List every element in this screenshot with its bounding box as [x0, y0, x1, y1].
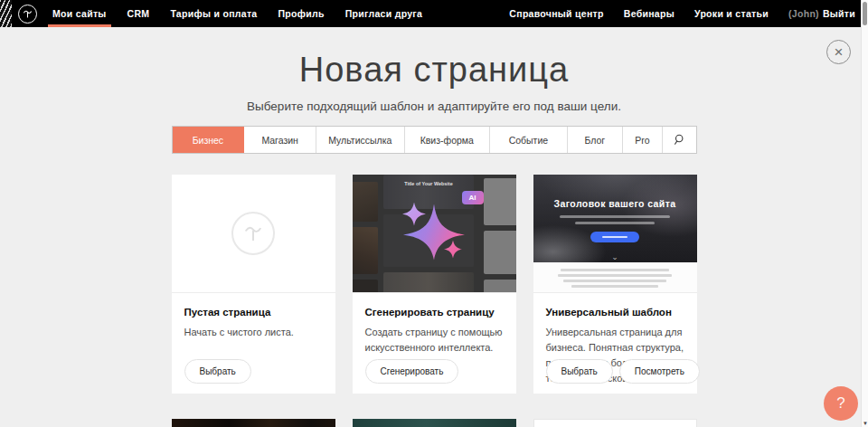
tab-label: Магазин [261, 135, 298, 146]
page-title: Новая страница [0, 51, 868, 90]
ai-generate-preview[interactable]: Title of Your Website [353, 175, 516, 293]
tilda-glyph [22, 8, 33, 20]
tab-business[interactable]: Бизнес [173, 127, 245, 153]
card-blank-page: Пустая страница Начать с чистого листа. … [172, 175, 335, 394]
card-title: Сгенерировать страницу [365, 307, 504, 318]
tab-multilink[interactable]: Мультиссылка [316, 127, 404, 153]
nav-my-sites[interactable]: Мои сайты [52, 0, 107, 27]
tab-label: Бизнес [193, 135, 223, 146]
card-body: Сгенерировать страницу Создать страницу … [353, 293, 516, 356]
tab-label: Блог [584, 135, 605, 146]
nav-profile[interactable]: Профиль [278, 0, 324, 27]
scrollbar-thumb[interactable] [863, 2, 867, 25]
template-about-section [533, 262, 697, 293]
nav-webinars[interactable]: Вебинары [624, 0, 675, 27]
template-cards-grid: Пустая страница Начать с чистого листа. … [172, 175, 697, 427]
nav-crm[interactable]: CRM [127, 0, 150, 27]
nav-invite-friend[interactable]: Пригласи друга [345, 0, 422, 27]
tab-label: Pro [635, 135, 649, 146]
vertical-scrollbar[interactable]: ▼ [861, 0, 868, 427]
ai-badge: AI [462, 191, 484, 204]
tab-search[interactable] [663, 127, 695, 153]
topbar: Мои сайты CRM Тарифы и оплата Профиль Пр… [0, 0, 868, 27]
template-hero-heading: Заголовок вашего сайта [533, 175, 697, 209]
nav-label: Пригласи друга [345, 8, 422, 19]
nav-label: Профиль [278, 8, 324, 19]
ai-sparkle-icon [392, 196, 476, 267]
next-row-template-preview[interactable] [353, 419, 516, 427]
nav-label: Справочный центр [509, 8, 603, 19]
nav-tariffs[interactable]: Тарифы и оплата [170, 0, 257, 27]
nav-label: Мои сайты [52, 8, 107, 19]
topbar-nav-right: Справочный центр Вебинары Уроки и статьи… [509, 0, 855, 27]
card-universal-template: Заголовок вашего сайта ⌄ Универсальный ш… [533, 175, 697, 394]
card-description: Создать страницу с помощью искусственног… [365, 325, 504, 356]
card-description: Начать с чистого листа. [184, 325, 323, 340]
tilda-logo-placeholder-icon [231, 212, 275, 255]
preview-text-line [560, 215, 670, 218]
tab-shop[interactable]: Магазин [244, 127, 316, 153]
page-subtitle: Выберите подходящий шаблон и адаптируйте… [0, 100, 868, 113]
universal-template-preview[interactable]: Заголовок вашего сайта ⌄ [533, 175, 697, 293]
chevron-down-icon: ⌄ [611, 253, 618, 261]
tab-blog[interactable]: Блог [568, 127, 623, 153]
nav-account-logout[interactable]: (John) Выйти [788, 0, 855, 27]
nav-help-center[interactable]: Справочный центр [509, 0, 603, 27]
scrollbar-down-arrow-icon[interactable]: ▼ [862, 421, 868, 426]
nav-label: Тарифы и оплата [170, 8, 257, 19]
card-actions: Выбрать [184, 359, 251, 384]
template-hero-button [590, 232, 639, 242]
choose-blank-button[interactable]: Выбрать [184, 359, 251, 384]
card-title: Универсальный шаблон [546, 307, 684, 318]
nav-label: CRM [127, 8, 150, 19]
preview-text-line [563, 280, 666, 282]
card-title: Пустая страница [184, 307, 323, 318]
view-template-button[interactable]: Посмотреть [619, 359, 700, 384]
account-name: (John) [788, 8, 819, 19]
card-body: Пустая страница Начать с чистого листа. [172, 293, 335, 340]
preview-text-line [558, 274, 672, 277]
logout-label: Выйти [823, 8, 855, 19]
topbar-nav-left: Мои сайты CRM Тарифы и оплата Профиль Пр… [52, 0, 422, 27]
generate-button[interactable]: Сгенерировать [365, 359, 459, 384]
tab-label: Мультиссылка [328, 135, 392, 146]
tab-label: Событие [509, 135, 549, 146]
preview-text-line [575, 222, 655, 224]
template-hero: Заголовок вашего сайта ⌄ [533, 175, 697, 262]
card-actions: Сгенерировать [365, 359, 459, 384]
card-ai-generate: Title of Your Website [353, 175, 516, 394]
collage-site-title: Title of Your Website [398, 181, 459, 186]
next-row-template-preview[interactable] [533, 419, 697, 427]
tab-label: Квиз-форма [420, 135, 474, 146]
topbar-decor-pattern [0, 0, 12, 27]
close-button[interactable]: × [826, 40, 851, 64]
preview-text-line [561, 269, 669, 271]
nav-label: Вебинары [624, 8, 675, 19]
help-button[interactable]: ? [824, 386, 858, 421]
tab-pro[interactable]: Pro [623, 127, 663, 153]
search-icon [674, 134, 684, 146]
choose-template-button[interactable]: Выбрать [546, 359, 613, 384]
preview-text-line [571, 285, 658, 288]
tab-quiz-form[interactable]: Квиз-форма [405, 127, 491, 153]
next-row-template-preview[interactable] [172, 419, 335, 427]
blank-page-preview[interactable] [172, 175, 335, 293]
card-actions: Выбрать Посмотреть [546, 359, 700, 384]
nav-lessons[interactable]: Уроки и статьи [694, 0, 769, 27]
template-category-tabs: Бизнес Магазин Мультиссылка Квиз-форма С… [172, 126, 697, 154]
tilda-logo-icon[interactable] [18, 5, 37, 24]
tab-event[interactable]: Событие [490, 127, 568, 153]
nav-label: Уроки и статьи [694, 8, 769, 19]
